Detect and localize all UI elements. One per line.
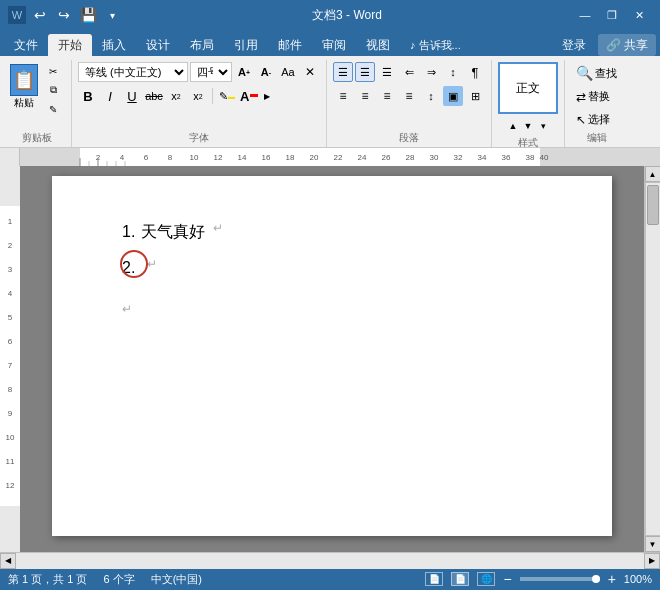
paste-button[interactable]: 📋 粘贴 bbox=[8, 62, 40, 118]
redo-button[interactable]: ↪ bbox=[54, 5, 74, 25]
document-page[interactable]: 1. 天气真好 ↵ 2. ↵ ↵ bbox=[52, 176, 612, 536]
zoom-slider-track[interactable] bbox=[520, 577, 600, 581]
horizontal-scrollbar[interactable]: ◀ ▶ bbox=[0, 552, 660, 568]
tab-tell-me[interactable]: ♪ 告诉我... bbox=[400, 34, 471, 56]
save-button[interactable]: 💾 bbox=[78, 5, 98, 25]
svg-text:18: 18 bbox=[286, 153, 295, 162]
paste-label: 粘贴 bbox=[14, 96, 34, 110]
tab-insert[interactable]: 插入 bbox=[92, 34, 136, 56]
list-item-2: 2. ↵ bbox=[122, 252, 542, 284]
view-mode-web[interactable]: 🌐 bbox=[477, 572, 495, 586]
copy-button[interactable]: ⧉ bbox=[41, 81, 65, 99]
strikethrough-button[interactable]: abc bbox=[144, 86, 164, 106]
bullet-list-button[interactable]: ☰ bbox=[333, 62, 353, 82]
show-marks-button[interactable]: ¶ bbox=[465, 62, 485, 82]
line-spacing-button[interactable]: ↕ bbox=[421, 86, 441, 106]
tab-signin[interactable]: 登录 bbox=[552, 34, 596, 56]
close-button[interactable]: ✕ bbox=[626, 5, 652, 25]
status-bar-right: 📄 📄 🌐 − + 100% bbox=[425, 571, 652, 587]
font-color-button[interactable]: A bbox=[239, 86, 259, 106]
styles-up-button[interactable]: ▲ bbox=[506, 116, 520, 136]
align-right-button[interactable]: ≡ bbox=[377, 86, 397, 106]
shading-button[interactable]: ▣ bbox=[443, 86, 463, 106]
format-painter-button[interactable]: ✎ bbox=[41, 100, 65, 118]
text-highlight-button[interactable]: ✎▬ bbox=[217, 86, 237, 106]
h-scroll-track[interactable] bbox=[16, 553, 644, 569]
tab-mail[interactable]: 邮件 bbox=[268, 34, 312, 56]
scroll-up-button[interactable]: ▲ bbox=[645, 166, 661, 182]
svg-text:34: 34 bbox=[478, 153, 487, 162]
language: 中文(中国) bbox=[151, 572, 202, 587]
find-button[interactable]: 🔍 查找 bbox=[571, 62, 622, 84]
clear-format-button[interactable]: ✕ bbox=[300, 62, 320, 82]
word-icon: W bbox=[8, 6, 26, 24]
increase-indent-button[interactable]: ⇒ bbox=[421, 62, 441, 82]
tab-design[interactable]: 设计 bbox=[136, 34, 180, 56]
border-button[interactable]: ⊞ bbox=[465, 86, 485, 106]
svg-text:36: 36 bbox=[502, 153, 511, 162]
undo-button[interactable]: ↩ bbox=[30, 5, 50, 25]
styles-tools: 正文 ▲ ▼ ▾ bbox=[498, 62, 558, 136]
quick-access-more[interactable]: ▾ bbox=[102, 5, 122, 25]
font-size-select[interactable]: 四号 bbox=[190, 62, 232, 82]
view-mode-read[interactable]: 📄 bbox=[425, 572, 443, 586]
change-case-button[interactable]: Aa bbox=[278, 62, 298, 82]
tab-home[interactable]: 开始 bbox=[48, 34, 92, 56]
svg-text:10: 10 bbox=[190, 153, 199, 162]
scroll-right-button[interactable]: ▶ bbox=[644, 553, 660, 569]
styles-down-button[interactable]: ▼ bbox=[521, 116, 535, 136]
tab-share[interactable]: 🔗 共享 bbox=[598, 34, 656, 56]
styles-more-button[interactable]: ▾ bbox=[536, 116, 550, 136]
svg-text:6: 6 bbox=[8, 337, 13, 346]
vertical-scrollbar[interactable]: ▲ ▼ bbox=[644, 166, 660, 552]
font-shrink-button[interactable]: A- bbox=[256, 62, 276, 82]
word-count: 6 个字 bbox=[103, 572, 134, 587]
zoom-slider-thumb[interactable] bbox=[592, 575, 600, 583]
scroll-down-button[interactable]: ▼ bbox=[645, 536, 661, 552]
svg-text:30: 30 bbox=[430, 153, 439, 162]
doc-content: 1. 天气真好 ↵ 2. ↵ ↵ bbox=[122, 216, 542, 324]
superscript-button[interactable]: x2 bbox=[166, 86, 186, 106]
align-center-button[interactable]: ≡ bbox=[355, 86, 375, 106]
font-name-select[interactable]: 等线 (中文正文) bbox=[78, 62, 188, 82]
tab-references[interactable]: 引用 bbox=[224, 34, 268, 56]
tab-file[interactable]: 文件 bbox=[4, 34, 48, 56]
sort-button[interactable]: ↕ bbox=[443, 62, 463, 82]
restore-button[interactable]: ❐ bbox=[599, 5, 625, 25]
doc-area: 1 2 3 4 5 6 7 8 9 10 11 12 1. 天气真好 ↵ bbox=[0, 166, 660, 552]
view-mode-print[interactable]: 📄 bbox=[451, 572, 469, 586]
italic-button[interactable]: I bbox=[100, 86, 120, 106]
underline-button[interactable]: U bbox=[122, 86, 142, 106]
font-grow-button[interactable]: A+ bbox=[234, 62, 254, 82]
cut-button[interactable]: ✂ bbox=[41, 62, 65, 80]
ruler-corner bbox=[0, 148, 20, 166]
tab-review[interactable]: 审阅 bbox=[312, 34, 356, 56]
zoom-level[interactable]: 100% bbox=[624, 573, 652, 585]
zoom-minus[interactable]: − bbox=[503, 571, 511, 587]
tab-layout[interactable]: 布局 bbox=[180, 34, 224, 56]
svg-text:26: 26 bbox=[382, 153, 391, 162]
zoom-plus[interactable]: + bbox=[608, 571, 616, 587]
svg-text:4: 4 bbox=[120, 153, 125, 162]
font-more-button[interactable]: ▶ bbox=[261, 86, 273, 106]
select-button[interactable]: ↖ 选择 bbox=[571, 109, 622, 130]
editing-btns: 🔍 查找 ⇄ 替换 ↖ 选择 bbox=[571, 62, 622, 130]
replace-button[interactable]: ⇄ 替换 bbox=[571, 86, 622, 107]
subscript-button[interactable]: x2 bbox=[188, 86, 208, 106]
paragraph-tools: ☰ ☰ ☰ ⇐ ⇒ ↕ ¶ ≡ ≡ ≡ ≡ ↕ ▣ ⊞ bbox=[333, 62, 485, 131]
bold-button[interactable]: B bbox=[78, 86, 98, 106]
justify-button[interactable]: ≡ bbox=[399, 86, 419, 106]
numbered-list-button[interactable]: ☰ bbox=[355, 62, 375, 82]
styles-gallery[interactable]: 正文 bbox=[498, 62, 558, 114]
scroll-thumb[interactable] bbox=[647, 185, 659, 225]
para-mark-1: ↵ bbox=[213, 216, 223, 248]
scroll-track[interactable] bbox=[645, 182, 661, 536]
cursor-circle bbox=[118, 248, 150, 280]
multilevel-list-button[interactable]: ☰ bbox=[377, 62, 397, 82]
align-left-button[interactable]: ≡ bbox=[333, 86, 353, 106]
scroll-left-button[interactable]: ◀ bbox=[0, 553, 16, 569]
tab-view[interactable]: 视图 bbox=[356, 34, 400, 56]
doc-scroll-area[interactable]: 1. 天气真好 ↵ 2. ↵ ↵ bbox=[20, 166, 644, 552]
minimize-button[interactable]: — bbox=[572, 5, 598, 25]
decrease-indent-button[interactable]: ⇐ bbox=[399, 62, 419, 82]
